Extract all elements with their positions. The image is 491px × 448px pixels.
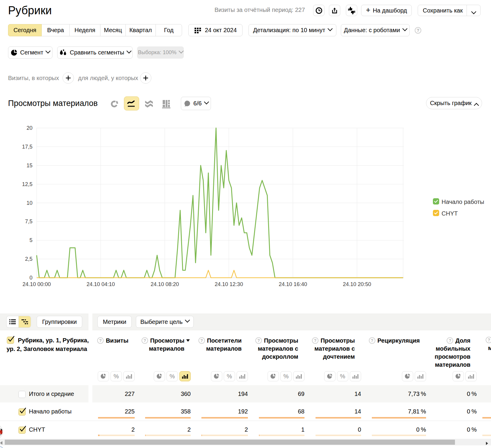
svg-text:10: 10 bbox=[27, 200, 32, 206]
svg-text:24.10 16:40: 24.10 16:40 bbox=[279, 281, 307, 287]
svg-text:24.10 08:20: 24.10 08:20 bbox=[151, 281, 179, 287]
svg-text:24.10 04:10: 24.10 04:10 bbox=[86, 281, 115, 287]
svg-text:15: 15 bbox=[27, 163, 32, 168]
svg-text:24.10 20:50: 24.10 20:50 bbox=[343, 281, 371, 287]
svg-text:24.10 00:00: 24.10 00:00 bbox=[22, 281, 51, 287]
svg-text:17,5: 17,5 bbox=[22, 144, 32, 150]
svg-text:0: 0 bbox=[29, 275, 32, 281]
svg-text:24.10 12:30: 24.10 12:30 bbox=[215, 281, 243, 287]
svg-text:7,5: 7,5 bbox=[25, 218, 32, 224]
svg-text:20: 20 bbox=[27, 125, 32, 131]
svg-text:5: 5 bbox=[29, 237, 32, 243]
svg-text:12,5: 12,5 bbox=[22, 181, 32, 187]
svg-text:2,5: 2,5 bbox=[25, 256, 32, 262]
